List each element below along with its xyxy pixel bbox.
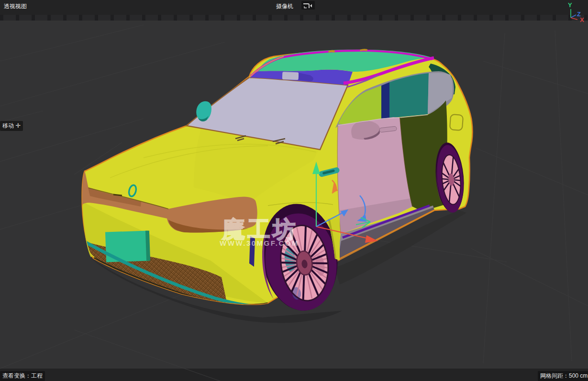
svg-text:X: X: [580, 16, 584, 23]
svg-text:魔工坊: 魔工坊: [222, 217, 299, 242]
svg-text:Y: Y: [568, 1, 572, 9]
svg-text:WWW.30MGF.COM: WWW.30MGF.COM: [220, 239, 299, 247]
